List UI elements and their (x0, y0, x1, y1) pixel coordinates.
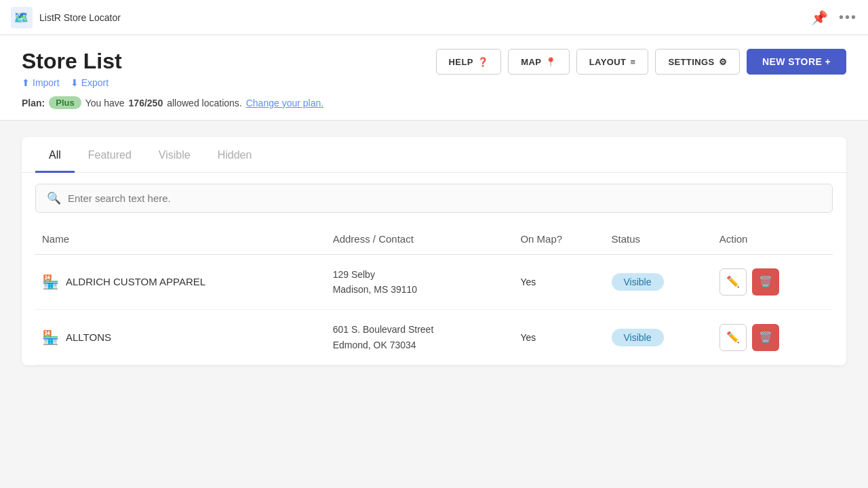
settings-label: SETTINGS (668, 57, 714, 67)
col-action: Action (713, 224, 833, 255)
map-label: MAP (521, 57, 541, 67)
action-buttons: ✏️ 🗑️ (719, 268, 826, 296)
store-address-cell: 129 Selby Madison, MS 39110 (326, 254, 514, 310)
store-name-cell: 🏪 ALLTONS (35, 310, 326, 365)
table-body: 🏪 ALDRICH CUSTOM APPAREL 129 Selby Madis… (35, 254, 833, 365)
export-icon: ⬇ (71, 77, 79, 88)
store-name: ALLTONS (66, 330, 111, 344)
tabs: All Featured Visible Hidden (22, 137, 846, 173)
help-label: HELP (449, 57, 473, 67)
store-icon: 🏪 (42, 274, 59, 290)
change-plan-link[interactable]: Change your plan. (246, 98, 323, 108)
table-row: 🏪 ALDRICH CUSTOM APPAREL 129 Selby Madis… (35, 254, 833, 310)
page-title: Store List (22, 49, 122, 74)
col-name: Name (35, 224, 326, 255)
help-button[interactable]: HELP ❓ (436, 49, 502, 75)
store-actions: ✏️ 🗑️ (713, 310, 833, 365)
map-button[interactable]: MAP 📍 (508, 49, 570, 75)
store-address: 129 Selby Madison, MS 39110 (333, 267, 507, 298)
store-table: Name Address / Contact On Map? Status Ac… (35, 224, 833, 366)
store-status: Visible (605, 254, 713, 310)
tab-hidden[interactable]: Hidden (204, 137, 266, 173)
help-icon: ❓ (477, 57, 488, 67)
settings-icon: ⚙ (719, 57, 727, 67)
store-name-cell: 🏪 ALDRICH CUSTOM APPAREL (35, 254, 326, 310)
pin-icon[interactable]: 📌 (811, 9, 828, 26)
export-link[interactable]: ⬇ Export (71, 77, 108, 88)
tab-visible[interactable]: Visible (145, 137, 204, 173)
search-icon: 🔍 (47, 191, 61, 205)
topbar-right: 📌 ••• (811, 9, 857, 26)
plan-text-after: allowed locations. (167, 98, 242, 108)
content-card: All Featured Visible Hidden 🔍 Name Addre… (22, 137, 846, 365)
main-content: All Featured Visible Hidden 🔍 Name Addre… (0, 121, 868, 382)
plan-text-before: You have (85, 98, 125, 108)
edit-button[interactable]: ✏️ (719, 324, 747, 351)
layout-label: LAYOUT (589, 57, 627, 67)
new-store-label: NEW STORE + (762, 56, 831, 67)
layout-icon: ≡ (630, 57, 635, 67)
header: Store List HELP ❓ MAP 📍 LAYOUT ≡ SETTING… (0, 35, 868, 121)
store-onmap: Yes (513, 310, 604, 365)
action-buttons: ✏️ 🗑️ (719, 324, 826, 351)
search-area: 🔍 (22, 173, 846, 224)
tab-all[interactable]: All (35, 137, 75, 173)
status-badge: Visible (612, 273, 664, 291)
store-name: ALDRICH CUSTOM APPAREL (66, 274, 205, 289)
store-address-cell: 601 S. Boulevard Street Edmond, OK 73034 (326, 310, 514, 365)
delete-button[interactable]: 🗑️ (752, 268, 779, 296)
table-header: Name Address / Contact On Map? Status Ac… (35, 224, 833, 255)
store-icon: 🏪 (42, 329, 59, 346)
topbar-left: 🗺️ ListR Store Locator (11, 7, 121, 28)
col-status: Status (605, 224, 713, 255)
map-icon: 📍 (545, 57, 556, 67)
new-store-button[interactable]: NEW STORE + (747, 49, 846, 75)
store-actions: ✏️ 🗑️ (713, 254, 833, 310)
plan-badge: Plus (49, 96, 81, 109)
search-input[interactable] (68, 192, 821, 204)
status-badge: Visible (612, 329, 664, 346)
plan-prefix: Plan: (22, 98, 45, 108)
table-wrap: Name Address / Contact On Map? Status Ac… (22, 224, 846, 366)
search-wrap: 🔍 (35, 184, 833, 213)
more-icon[interactable]: ••• (839, 9, 857, 25)
plan-count: 176/250 (129, 98, 163, 108)
store-address: 601 S. Boulevard Street Edmond, OK 73034 (333, 322, 507, 352)
import-link[interactable]: ⬆ Import (22, 77, 60, 88)
topbar: 🗺️ ListR Store Locator 📌 ••• (0, 0, 868, 35)
app-logo: 🗺️ (11, 7, 33, 28)
store-name-wrap: 🏪 ALDRICH CUSTOM APPAREL (42, 274, 319, 290)
store-status: Visible (605, 310, 713, 365)
header-top: Store List HELP ❓ MAP 📍 LAYOUT ≡ SETTING… (22, 49, 846, 75)
tab-featured[interactable]: Featured (75, 137, 145, 173)
plan-bar: Plan: Plus You have 176/250 allowed loca… (22, 96, 846, 109)
settings-button[interactable]: SETTINGS ⚙ (655, 49, 740, 75)
header-links: ⬆ Import ⬇ Export (22, 77, 846, 88)
store-onmap: Yes (513, 254, 604, 310)
header-actions: HELP ❓ MAP 📍 LAYOUT ≡ SETTINGS ⚙ NEW STO… (436, 49, 846, 75)
import-icon: ⬆ (22, 77, 30, 88)
layout-button[interactable]: LAYOUT ≡ (576, 49, 649, 75)
store-name-wrap: 🏪 ALLTONS (42, 329, 319, 346)
col-address: Address / Contact (326, 224, 514, 255)
app-title: ListR Store Locator (39, 12, 121, 23)
table-row: 🏪 ALLTONS 601 S. Boulevard Street Edmond… (35, 310, 833, 365)
svg-text:🗺️: 🗺️ (14, 10, 29, 25)
col-onmap: On Map? (513, 224, 604, 255)
edit-button[interactable]: ✏️ (719, 268, 747, 296)
delete-button[interactable]: 🗑️ (752, 324, 779, 351)
